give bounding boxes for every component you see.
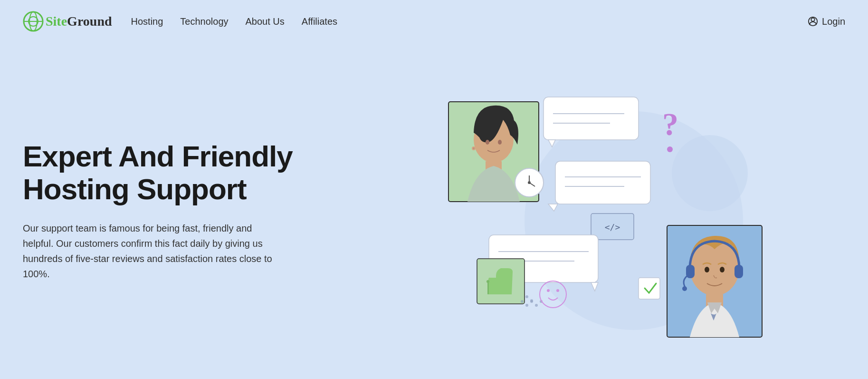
svg-point-40 [525,295,528,298]
hero-text-block: Expert And Friendly Hosting Support Our … [23,140,355,281]
svg-point-53 [682,286,687,291]
nav-link-affiliates[interactable]: Affiliates [302,16,337,27]
nav-link-hosting[interactable]: Hosting [131,16,163,27]
svg-rect-52 [734,265,743,278]
nav-link-technology[interactable]: Technology [180,16,228,27]
svg-point-38 [535,304,538,307]
nav-item-technology[interactable]: Technology [180,16,228,27]
svg-point-23 [528,181,531,184]
nav-item-affiliates[interactable]: Affiliates [302,16,337,27]
svg-rect-24 [555,161,650,204]
svg-point-34 [486,280,489,283]
hero-title: Expert And Friendly Hosting Support [23,140,355,205]
hero-section: Expert And Friendly Hosting Support Our … [0,43,868,379]
svg-point-7 [672,135,748,211]
svg-point-49 [720,267,725,272]
login-label: Login [822,16,845,27]
svg-point-43 [547,289,550,292]
logo-icon [23,11,44,32]
svg-point-48 [705,267,709,272]
nav-item-about-us[interactable]: About Us [246,16,285,27]
svg-rect-45 [639,278,660,299]
svg-point-10 [486,140,489,145]
nav-item-hosting[interactable]: Hosting [131,16,163,27]
svg-rect-33 [487,282,489,294]
svg-point-36 [525,304,528,307]
navbar: SiteGround Hosting Technology About Us A… [0,0,868,43]
svg-point-4 [811,18,814,21]
svg-rect-15 [544,97,639,140]
svg-point-41 [530,299,533,302]
nav-link-about-us[interactable]: About Us [246,16,285,27]
svg-text:</>: </> [604,222,620,232]
hero-illustration: ? </> [355,73,845,349]
login-icon [808,16,818,27]
logo[interactable]: SiteGround [23,11,112,32]
svg-text:?: ? [662,106,678,142]
nav-links: Hosting Technology About Us Affiliates [131,16,808,27]
logo-text: SiteGround [46,14,112,29]
hero-description: Our support team is famous for being fas… [23,221,279,282]
illustration-svg: ? </> [434,78,767,344]
svg-point-44 [556,289,559,292]
svg-point-19 [667,146,673,152]
svg-point-35 [521,300,524,303]
login-button[interactable]: Login [808,16,845,27]
svg-point-11 [498,140,502,145]
svg-point-14 [473,147,475,149]
